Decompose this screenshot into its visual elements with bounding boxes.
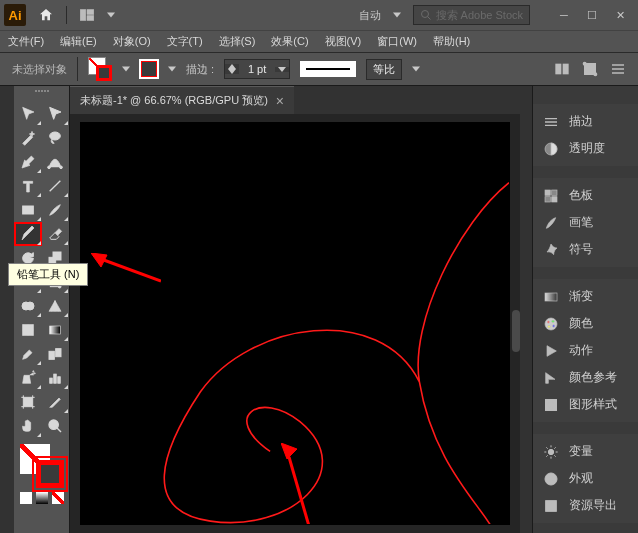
minimize-button[interactable]: ─ — [550, 5, 578, 25]
menu-effect[interactable]: 效果(C) — [271, 34, 308, 49]
eyedropper-tool[interactable] — [14, 342, 42, 366]
column-graph-tool[interactable] — [42, 366, 70, 390]
lasso-tool[interactable] — [42, 126, 70, 150]
dock-divider — [520, 86, 532, 533]
home-icon[interactable] — [38, 7, 54, 23]
svg-point-40 — [552, 324, 555, 327]
chevron-down-icon[interactable] — [122, 65, 130, 73]
chevron-down-icon[interactable] — [412, 65, 420, 73]
menu-type[interactable]: 文字(T) — [167, 34, 203, 49]
menu-window[interactable]: 窗口(W) — [377, 34, 417, 49]
divider — [66, 6, 67, 24]
selection-status: 未选择对象 — [12, 62, 67, 77]
fill-stroke-icon[interactable] — [88, 57, 112, 81]
canvas[interactable] — [80, 122, 510, 525]
panel-color[interactable]: 颜色 — [533, 310, 638, 337]
curvature-tool[interactable] — [42, 150, 70, 174]
menu-select[interactable]: 选择(S) — [219, 34, 256, 49]
document-tab-title: 未标题-1* @ 66.67% (RGB/GPU 预览) — [80, 93, 268, 108]
svg-point-43 — [548, 402, 553, 407]
line-tool[interactable] — [42, 174, 70, 198]
menu-file[interactable]: 文件(F) — [8, 34, 44, 49]
svg-point-10 — [48, 166, 51, 169]
panel-symbols[interactable]: 符号 — [533, 236, 638, 263]
panel-stroke[interactable]: 描边 — [533, 108, 638, 135]
svg-rect-12 — [22, 206, 33, 214]
window-buttons: ─ ☐ ✕ — [550, 5, 634, 25]
arrange-docs-icon[interactable] — [79, 7, 95, 23]
paintbrush-tool[interactable] — [42, 198, 70, 222]
direct-selection-tool[interactable] — [42, 102, 70, 126]
panel-graphic-styles[interactable]: 图形样式 — [533, 391, 638, 418]
svg-point-8 — [594, 73, 597, 76]
panel-actions[interactable]: 动作 — [533, 337, 638, 364]
blend-tool[interactable] — [42, 342, 70, 366]
perspective-grid-tool[interactable] — [42, 294, 70, 318]
gradient-mode-icon[interactable] — [36, 492, 48, 504]
svg-point-11 — [60, 166, 63, 169]
shape-builder-tool[interactable] — [14, 294, 42, 318]
stroke-weight-stepper[interactable]: 1 pt — [224, 59, 290, 79]
close-button[interactable]: ✕ — [606, 5, 634, 25]
svg-point-3 — [421, 11, 428, 18]
svg-rect-21 — [50, 326, 61, 334]
symbol-sprayer-tool[interactable] — [14, 366, 42, 390]
svg-rect-36 — [545, 293, 557, 301]
document-tabs: 未标题-1* @ 66.67% (RGB/GPU 预览) × — [70, 86, 520, 114]
brush-mode-select[interactable]: 等比 — [366, 59, 402, 80]
annotation-arrow-icon — [91, 253, 161, 283]
divider — [77, 57, 78, 81]
panel-collapse-handle[interactable] — [512, 310, 520, 352]
magic-wand-tool[interactable] — [14, 126, 42, 150]
menu-view[interactable]: 视图(V) — [325, 34, 362, 49]
transform-icon[interactable] — [582, 61, 598, 77]
chevron-down-icon[interactable] — [168, 65, 176, 73]
rectangle-tool[interactable] — [14, 198, 42, 222]
close-tab-icon[interactable]: × — [276, 93, 284, 109]
panel-asset-export[interactable]: 资源导出 — [533, 492, 638, 519]
panel-variables[interactable]: 变量 — [533, 438, 638, 465]
svg-rect-27 — [54, 374, 57, 383]
selection-tool[interactable] — [14, 102, 42, 126]
mesh-tool[interactable] — [14, 318, 42, 342]
panel-appearance[interactable]: 外观 — [533, 465, 638, 492]
fill-stroke-indicator[interactable] — [20, 444, 64, 488]
document-tab[interactable]: 未标题-1* @ 66.67% (RGB/GPU 预览) × — [70, 86, 294, 114]
gradient-tool[interactable] — [42, 318, 70, 342]
chevron-down-icon[interactable] — [393, 11, 401, 19]
artboard-tool[interactable] — [14, 390, 42, 414]
pencil-tool[interactable] — [14, 222, 42, 246]
panel-menu-icon[interactable] — [610, 61, 626, 77]
menu-edit[interactable]: 编辑(E) — [60, 34, 97, 49]
none-mode-icon[interactable] — [52, 492, 64, 504]
svg-rect-4 — [556, 64, 561, 73]
menu-help[interactable]: 帮助(H) — [433, 34, 470, 49]
stroke-color-swatch[interactable] — [140, 60, 158, 78]
stroke-weight-value[interactable]: 1 pt — [239, 63, 275, 75]
workspace-switcher[interactable]: 自动 — [359, 8, 381, 23]
color-mode-icon[interactable] — [20, 492, 32, 504]
panel-transparency[interactable]: 透明度 — [533, 135, 638, 162]
tooltip: 铅笔工具 (N) — [8, 263, 88, 286]
maximize-button[interactable]: ☐ — [578, 5, 606, 25]
chevron-down-icon[interactable] — [107, 11, 115, 19]
eraser-tool[interactable] — [42, 222, 70, 246]
menu-object[interactable]: 对象(O) — [113, 34, 151, 49]
pen-tool[interactable] — [14, 150, 42, 174]
slice-tool[interactable] — [42, 390, 70, 414]
control-bar: 未选择对象 描边 : 1 pt 等比 — [0, 52, 638, 86]
panel-swatches[interactable]: 色板 — [533, 182, 638, 209]
panel-brushes[interactable]: 画笔 — [533, 209, 638, 236]
type-tool[interactable] — [14, 174, 42, 198]
svg-point-24 — [32, 371, 33, 372]
brush-preview[interactable] — [300, 61, 356, 77]
panel-grip-icon[interactable] — [14, 90, 69, 98]
hand-tool[interactable] — [14, 414, 42, 438]
search-stock-field[interactable]: 搜索 Adobe Stock — [413, 5, 530, 25]
svg-point-25 — [34, 373, 35, 374]
zoom-tool[interactable] — [42, 414, 70, 438]
svg-point-44 — [548, 449, 553, 454]
panel-gradient[interactable]: 渐变 — [533, 283, 638, 310]
align-icon[interactable] — [554, 61, 570, 77]
panel-color-guide[interactable]: 颜色参考 — [533, 364, 638, 391]
